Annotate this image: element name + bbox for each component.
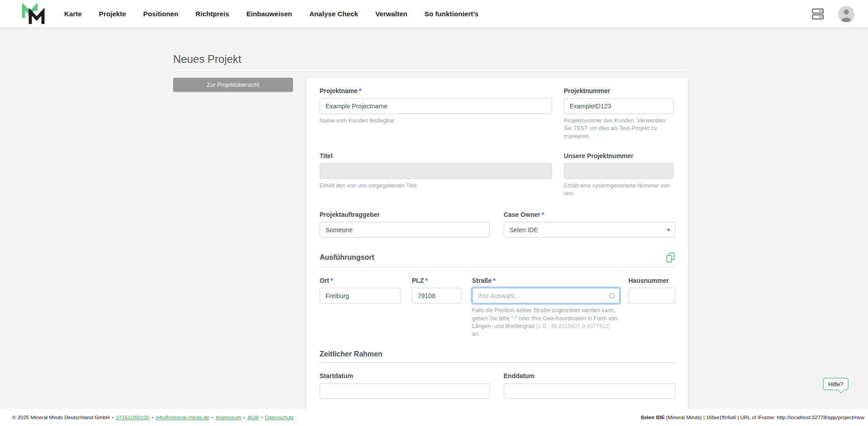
zeitlicher-rahmen-title: Zeitlicher Rahmen — [320, 350, 382, 358]
enddatum-input[interactable] — [504, 383, 675, 399]
required-asterisk: * — [493, 277, 495, 284]
section-divider — [320, 362, 675, 363]
footer-separator: • — [241, 415, 248, 420]
strasse-helper-example: (z.B.: 48.8115607,9.4077422) — [536, 323, 610, 329]
nav-item-richtpreis[interactable]: Richtpreis — [196, 10, 229, 18]
nav-item-einbauweisen[interactable]: Einbauweisen — [246, 10, 292, 18]
nav-item-projekte[interactable]: Projekte — [99, 10, 126, 18]
nav-item-analyse-check[interactable]: Analyse Check — [309, 10, 358, 18]
startdatum-input[interactable] — [320, 383, 490, 399]
form-row-titel-number: Titel Erhält den von uns vorgegebenen Ti… — [320, 152, 675, 198]
server-icon[interactable] — [810, 6, 826, 22]
strasse-input-wrap — [472, 288, 620, 304]
hausnummer-input[interactable] — [628, 288, 675, 304]
back-to-projects-button[interactable]: Zur Projektübersicht — [173, 78, 293, 92]
footer-separator: • — [110, 415, 116, 420]
footer: © 2025 Mineral Minds Deutschland GmbH • … — [0, 409, 868, 426]
hausnummer-label: Hausnummer — [628, 277, 675, 284]
form-row-location: Ort* PLZ* Straße* — [320, 277, 675, 338]
startdatum-label: Startdatum — [320, 372, 490, 379]
form-row-auftraggeber-owner: Projektauftraggeber Case Owner* Selen ID… — [320, 211, 675, 238]
unsere-projektnummer-label: Unsere Projektnummer — [564, 152, 674, 159]
projektnummer-input[interactable] — [564, 98, 674, 114]
ort-label: Ort* — [320, 277, 401, 284]
copy-icon[interactable] — [665, 252, 675, 263]
header-actions — [810, 6, 854, 22]
strasse-label: Straße* — [472, 277, 620, 284]
help-button[interactable]: Hilfe? — [823, 378, 849, 390]
case-owner-label: Case Owner* — [504, 211, 675, 218]
strasse-label-text: Straße — [472, 277, 492, 284]
unsere-projektnummer-helper: Erhält eine systemgenerierte Nummer von … — [564, 182, 674, 198]
ort-label-text: Ort — [320, 277, 329, 284]
strasse-helper-suffix: an. — [472, 331, 480, 337]
titel-label: Titel — [320, 152, 552, 159]
required-asterisk: * — [425, 277, 427, 284]
strasse-input[interactable] — [472, 288, 620, 304]
footer-session-info: Selen IDE (Mineral Minds) | 16fae1ffc6a6… — [641, 415, 864, 420]
projektauftraggeber-input[interactable] — [320, 222, 490, 238]
enddatum-label: Enddatum — [504, 372, 675, 379]
page-title: Neues Projekt — [173, 53, 688, 66]
required-asterisk: * — [359, 87, 361, 94]
chevron-down-icon — [667, 229, 670, 231]
person-icon — [838, 6, 854, 22]
plz-label-text: PLZ — [412, 277, 424, 284]
section-zeitlicher-rahmen: Zeitlicher Rahmen — [320, 350, 675, 363]
top-navigation-bar: Karte Projekte Positionen Richtpreis Ein… — [0, 0, 868, 28]
required-asterisk: * — [330, 277, 333, 284]
projektnummer-label: Projektnummer — [564, 87, 674, 94]
form-row-name-number: Projektname* Name vom Kunden festlegbar … — [320, 87, 675, 140]
title-divider — [173, 71, 688, 72]
footer-session-detail: (Mineral Minds) | 16fae1ffc6a6 | URL of … — [665, 415, 864, 420]
form-row-dates: Startdatum Enddatum — [320, 372, 675, 399]
nav-item-positionen[interactable]: Positionen — [143, 10, 179, 18]
footer-separator: • — [149, 415, 156, 420]
plz-input[interactable] — [412, 288, 462, 304]
projektname-label: Projektname* — [320, 87, 552, 94]
footer-link-impressum[interactable]: Impressum — [216, 415, 241, 420]
page-content: Neues Projekt Zur Projektübersicht Proje… — [173, 53, 688, 410]
nav-item-karte[interactable]: Karte — [64, 10, 82, 18]
plz-label: PLZ* — [412, 277, 462, 284]
strasse-helper: Falls die Position keiner Straße zugeord… — [472, 307, 620, 338]
projektname-input[interactable] — [320, 98, 552, 114]
unsere-projektnummer-input — [564, 163, 674, 179]
ausfuehrungsort-title: Ausführungsort — [320, 253, 374, 262]
projektnummer-helper: Projektnummer des Kunden. Verwenden Sie … — [564, 117, 674, 140]
ort-input[interactable] — [320, 288, 401, 304]
projektname-label-text: Projektname — [320, 87, 358, 94]
section-divider — [320, 267, 675, 267]
projektauftraggeber-label: Projektauftraggeber — [320, 211, 490, 218]
footer-separator: • — [209, 415, 216, 420]
case-owner-select[interactable]: Selen IDE — [504, 222, 675, 238]
footer-link-agb[interactable]: AGB — [248, 415, 259, 420]
section-ausfuehrungsort: Ausführungsort — [320, 252, 675, 267]
footer-link-phone[interactable]: 07151/250100 — [116, 415, 150, 420]
mineral-minds-logo[interactable] — [20, 3, 46, 25]
new-project-form-card: Projektname* Name vom Kunden festlegbar … — [306, 78, 688, 410]
nav-item-verwalten[interactable]: Verwalten — [375, 10, 407, 18]
footer-link-email[interactable]: info@mineral-minds.de — [156, 415, 209, 420]
case-owner-selected-value: Selen IDE — [509, 226, 538, 234]
user-avatar[interactable] — [838, 6, 854, 22]
footer-copyright: © 2025 Mineral Minds Deutschland GmbH — [12, 415, 110, 420]
footer-separator: • — [259, 415, 265, 420]
required-asterisk: * — [542, 211, 544, 218]
case-owner-label-text: Case Owner — [504, 211, 540, 218]
footer-link-datenschutz[interactable]: Datenschutz — [265, 415, 294, 420]
nav-item-so-funktionierts[interactable]: So funktioniert's — [425, 10, 478, 18]
footer-app-name: Selen IDE — [641, 415, 665, 420]
titel-input — [320, 163, 552, 179]
titel-helper: Erhält den von uns vorgegebenen Titel. — [320, 182, 552, 190]
projektname-helper: Name vom Kunden festlegbar — [320, 117, 552, 125]
main-nav: Karte Projekte Positionen Richtpreis Ein… — [64, 10, 479, 18]
